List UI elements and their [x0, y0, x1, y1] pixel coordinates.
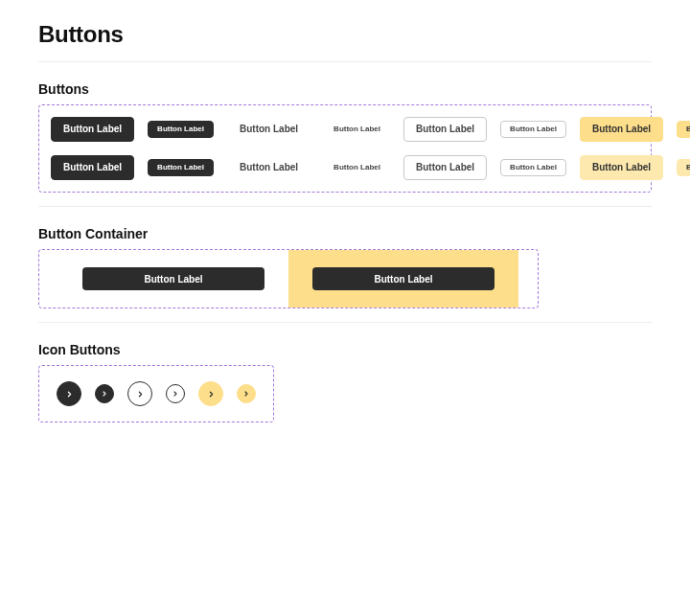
- divider: [38, 206, 652, 207]
- button-outlined-small-alt[interactable]: Button Label: [500, 159, 566, 176]
- button-ghost-large[interactable]: Button Label: [227, 117, 310, 142]
- button-container-row: Button Label Button Label: [39, 250, 538, 308]
- section-heading-icon-buttons: Icon Buttons: [38, 342, 652, 357]
- divider: [38, 322, 652, 323]
- container-button-plain[interactable]: Button Label: [82, 267, 264, 290]
- section-heading-buttons: Buttons: [38, 81, 652, 97]
- button-yellow-large[interactable]: Button Label: [580, 117, 663, 142]
- chevron-right-icon: [242, 390, 250, 398]
- buttons-variant-frame: Button Label Button Label Button Label B…: [38, 104, 652, 193]
- button-dark-large-alt[interactable]: Button Label: [51, 155, 134, 180]
- button-ghost-small[interactable]: Button Label: [324, 121, 390, 138]
- chevron-right-icon: [207, 390, 216, 399]
- button-dark-small[interactable]: Button Label: [148, 121, 214, 138]
- icon-buttons-row: [49, 376, 264, 412]
- icon-button-yellow-large[interactable]: [198, 381, 223, 406]
- icon-button-outline-large[interactable]: [127, 381, 152, 406]
- container-button-highlighted[interactable]: Button Label: [312, 267, 494, 290]
- button-container-variant-frame: Button Label Button Label: [38, 249, 539, 308]
- button-outlined-large-alt[interactable]: Button Label: [403, 155, 487, 180]
- page-title: Buttons: [38, 21, 652, 48]
- button-yellow-large-alt[interactable]: Button Label: [580, 155, 663, 180]
- buttons-grid: Button Label Button Label Button Label B…: [51, 117, 639, 180]
- button-dark-small-alt[interactable]: Button Label: [148, 159, 214, 176]
- button-outlined-small[interactable]: Button Label: [500, 121, 566, 138]
- divider: [38, 61, 652, 62]
- icon-button-dark-small[interactable]: [95, 384, 114, 403]
- icon-button-yellow-small[interactable]: [237, 384, 256, 403]
- button-outlined-large[interactable]: Button Label: [403, 117, 487, 142]
- design-system-buttons-page: Buttons Buttons Button Label Button Labe…: [0, 0, 690, 472]
- icon-button-dark-large[interactable]: [57, 381, 81, 406]
- section-heading-container: Button Container: [38, 226, 652, 241]
- icon-button-outline-small[interactable]: [166, 384, 185, 403]
- button-container-section: Button Container Button Label Button Lab…: [38, 226, 652, 308]
- chevron-right-icon: [172, 390, 179, 398]
- button-container-cell-plain: Button Label: [58, 250, 288, 308]
- chevron-right-icon: [101, 390, 108, 398]
- button-dark-large[interactable]: Button Label: [51, 117, 134, 142]
- button-ghost-small-alt[interactable]: Button Label: [324, 159, 390, 176]
- icon-buttons-section: Icon Buttons: [38, 342, 652, 422]
- button-yellow-small[interactable]: Button Label: [677, 121, 690, 138]
- button-container-cell-highlighted: Button Label: [288, 250, 518, 308]
- button-yellow-small-alt[interactable]: Button Label: [677, 159, 690, 176]
- chevron-right-icon: [65, 390, 74, 399]
- button-ghost-large-alt[interactable]: Button Label: [227, 155, 310, 180]
- chevron-right-icon: [136, 390, 145, 399]
- icon-buttons-variant-frame: [38, 365, 274, 422]
- buttons-section: Buttons Button Label Button Label Button…: [38, 81, 652, 193]
